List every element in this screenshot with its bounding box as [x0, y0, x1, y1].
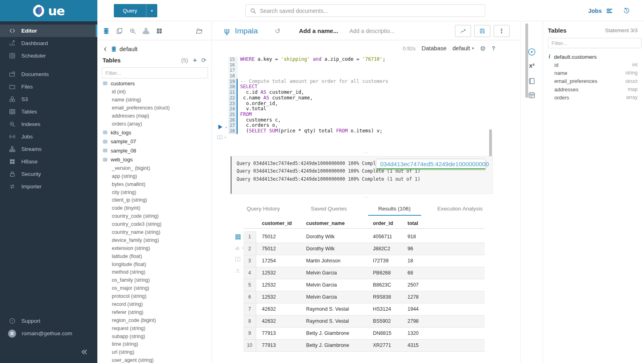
tree-item[interactable]: request (string)	[103, 324, 210, 332]
sidebar-item-support[interactable]: Support	[0, 315, 97, 327]
tree-item[interactable]: protocol (string)	[103, 292, 210, 300]
sidebar-item-dashboard[interactable]: Dashboard	[0, 37, 97, 50]
sidebar-collapse-button[interactable]: «	[81, 346, 88, 357]
download-results-button[interactable]	[235, 267, 243, 274]
sidebar-item-jobs[interactable]: Jobs	[0, 130, 97, 143]
column-row[interactable]: email_preferences struct	[543, 77, 644, 85]
query-dropdown-caret[interactable]: ▾	[146, 4, 157, 17]
tree-item[interactable]: user_agent (string)	[103, 356, 210, 363]
tree-item[interactable]: name (string)	[103, 96, 210, 104]
help-icon[interactable]: ?	[492, 45, 495, 52]
documents-source-icon[interactable]	[116, 27, 123, 35]
query-history-icon[interactable]	[623, 7, 630, 14]
schedule-icon[interactable]	[528, 91, 536, 99]
tree-item[interactable]: sample_08	[103, 146, 210, 155]
tables-filter-input[interactable]	[102, 67, 208, 78]
hbase-source-icon[interactable]	[156, 27, 163, 35]
sidebar-item-tables[interactable]: Tables	[0, 105, 97, 118]
tree-item[interactable]: url (string)	[103, 348, 210, 356]
explain-options-caret[interactable]: ▾	[224, 136, 226, 139]
editor-resize-handle[interactable]: ⋯	[212, 151, 520, 155]
refresh-tables-icon[interactable]: ⟳	[201, 58, 206, 63]
tree-item[interactable]: country_code3 (string)	[103, 220, 210, 228]
sidebar-item-streams[interactable]: Streams	[0, 143, 97, 155]
sidebar-item-hbase[interactable]: HBase	[0, 155, 97, 168]
tree-item[interactable]: _version_ (bigint)	[103, 164, 210, 172]
tree-item[interactable]: country_name (string)	[103, 228, 210, 236]
engine-name[interactable]: Impala	[235, 27, 258, 35]
tree-item[interactable]: app (string)	[103, 172, 210, 180]
tree-item[interactable]: subapp (string)	[103, 332, 210, 340]
tree-item[interactable]: record (string)	[103, 300, 210, 308]
query-name-field[interactable]: Add a name...	[299, 27, 338, 34]
tree-item[interactable]: bytes (smallint)	[103, 180, 210, 188]
databases-source-icon[interactable]	[103, 27, 110, 35]
functions-icon[interactable]: x²	[529, 62, 534, 69]
code-line[interactable]: 28 (SELECT SUM(price * qty) total FROM o…	[228, 128, 488, 134]
sql-code-editor[interactable]: 15 WHERE a.key = 'shipping' and a.zip_co…	[212, 56, 520, 150]
tab-query-history[interactable]: Query History	[230, 201, 296, 216]
jobs-link[interactable]: Jobs	[588, 8, 602, 14]
tree-item[interactable]: addresses (map)	[103, 112, 210, 120]
chart-button[interactable]	[455, 25, 471, 37]
tree-item[interactable]: orders (array)	[103, 120, 210, 128]
search-input[interactable]	[260, 8, 481, 14]
column-row[interactable]: addresses map	[543, 85, 644, 93]
tree-item[interactable]: os_major (string)	[103, 284, 210, 292]
column-header[interactable]: customer_id	[256, 218, 300, 228]
code-line[interactable]: 16	[228, 62, 488, 68]
open-folder-icon[interactable]	[195, 27, 203, 35]
code-line[interactable]: 22 c.name AS customer_name,	[228, 95, 488, 101]
add-table-icon[interactable]: +	[193, 58, 197, 63]
query-button-label[interactable]: Query	[114, 4, 146, 17]
code-line[interactable]: 18	[228, 73, 488, 79]
code-line[interactable]: 25 FROM	[228, 112, 488, 118]
sidebar-item-scheduler[interactable]: Scheduler	[0, 50, 97, 62]
tree-item[interactable]: id (int)	[103, 88, 210, 96]
active-table-row[interactable]: i default.customers	[549, 54, 644, 60]
tree-item[interactable]: k8s_logs	[103, 128, 210, 137]
language-reference-icon[interactable]	[528, 77, 536, 85]
chart-view-button[interactable]: ▾	[235, 245, 243, 251]
hue-logo[interactable]: ue	[0, 0, 97, 21]
execute-options-caret[interactable]: ▾	[225, 126, 227, 129]
sidebar-item-indexes[interactable]: Indexes	[0, 118, 97, 130]
code-line[interactable]: 26 customers c,	[228, 118, 488, 123]
tree-item[interactable]: time (string)	[103, 340, 210, 349]
tree-item[interactable]: region_code (bigint)	[103, 316, 210, 324]
back-chevron-icon[interactable]	[103, 46, 108, 52]
code-line[interactable]: 15 WHERE a.key = 'shipping' and a.zip_co…	[228, 57, 488, 62]
streams-source-icon[interactable]	[142, 27, 150, 35]
sidebar-item-s3[interactable]: S3	[0, 93, 97, 105]
save-button[interactable]	[474, 25, 490, 37]
tree-item[interactable]: web_logs	[103, 155, 210, 164]
jobs-list-icon[interactable]	[606, 7, 613, 14]
info-icon[interactable]: i	[549, 54, 550, 60]
tree-item[interactable]: extension (string)	[103, 244, 210, 252]
sidebar-item-security[interactable]: Security	[0, 168, 97, 180]
code-line[interactable]: 19 -- Compute total amount per order for…	[228, 79, 488, 85]
sidebar-item-editor[interactable]: Editor	[0, 25, 97, 37]
code-line[interactable]: 21 c.id AS customer_id,	[228, 90, 488, 95]
tab-saved-queries[interactable]: Saved Queries	[296, 201, 362, 216]
tree-item[interactable]: method (string)	[103, 268, 210, 276]
code-line[interactable]: 20 SELECT	[228, 84, 488, 90]
code-line[interactable]: 24 v.total	[228, 106, 488, 112]
column-row[interactable]: id int	[543, 61, 644, 69]
tree-item[interactable]: client_ip (string)	[103, 196, 210, 204]
explain-map-icon[interactable]	[216, 134, 223, 140]
main-panel-scrollbar[interactable]	[525, 23, 528, 98]
tree-item[interactable]: city (string)	[103, 188, 210, 196]
settings-gear-icon[interactable]: ⚙	[480, 45, 486, 52]
query-history-small-icon[interactable]: ↺	[275, 27, 280, 35]
tree-item[interactable]: device_family (string)	[103, 236, 210, 244]
database-select[interactable]: default ▾	[453, 45, 474, 52]
column-row[interactable]: name string	[543, 69, 644, 77]
column-header[interactable]: total	[402, 218, 485, 228]
column-header[interactable]: customer_name	[300, 218, 367, 228]
code-line[interactable]: 27 c.orders o,	[228, 123, 488, 128]
tree-item[interactable]: country_code (string)	[103, 212, 210, 220]
execute-play-button[interactable]	[217, 124, 224, 130]
active-table-name[interactable]: default.customers	[554, 54, 597, 60]
sidebar-item-importer[interactable]: Importer	[0, 180, 97, 193]
